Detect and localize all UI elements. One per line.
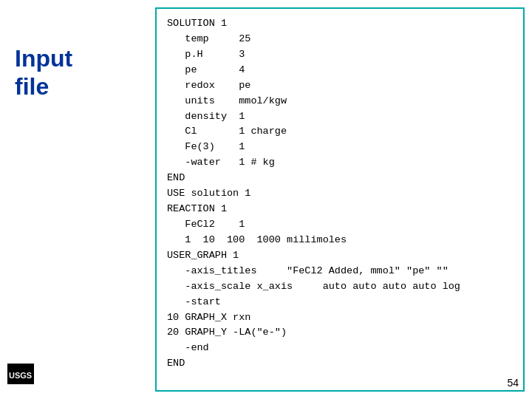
code-line: FeCl2 1 <box>167 217 513 233</box>
code-line: -end <box>167 341 513 356</box>
svg-text:USGS: USGS <box>9 371 32 380</box>
code-line: END <box>167 171 513 186</box>
code-line: -axis_scale x_axis auto auto auto auto l… <box>167 279 513 295</box>
code-line: units mmol/kgw <box>167 94 513 109</box>
page-number: 54 <box>507 377 519 389</box>
code-line: Fe(3) 1 <box>167 140 513 155</box>
code-line: USE solution 1 <box>167 186 513 202</box>
usgs-symbol-icon: USGS <box>7 364 34 384</box>
code-line: END <box>167 356 513 372</box>
code-line: -start <box>167 295 513 310</box>
code-content-box: SOLUTION 1 temp 25 p.H 3 pe 4 redox pe u… <box>155 7 525 392</box>
code-line: pe 4 <box>167 63 513 78</box>
code-line: p.H 3 <box>167 47 513 63</box>
code-line: REACTION 1 <box>167 202 513 217</box>
code-line: 20 GRAPH_Y -LA("e-") <box>167 325 513 341</box>
code-line: USER_GRAPH 1 <box>167 248 513 264</box>
left-panel: Input file <box>0 0 155 399</box>
code-line: redox pe <box>167 78 513 94</box>
code-line: -water 1 # kg <box>167 155 513 171</box>
code-line: 1 10 100 1000 millimoles <box>167 233 513 248</box>
code-block: SOLUTION 1 temp 25 p.H 3 pe 4 redox pe u… <box>167 16 513 372</box>
code-line: density 1 <box>167 109 513 125</box>
code-line: SOLUTION 1 <box>167 16 513 32</box>
code-line: -axis_titles "FeCl2 Added, mmol" "pe" "" <box>167 264 513 279</box>
code-line: Cl 1 charge <box>167 124 513 140</box>
usgs-logo: USGS <box>7 364 34 384</box>
section-title: Input file <box>15 44 155 101</box>
code-line: 10 GRAPH_X rxn <box>167 310 513 326</box>
code-line: temp 25 <box>167 32 513 47</box>
